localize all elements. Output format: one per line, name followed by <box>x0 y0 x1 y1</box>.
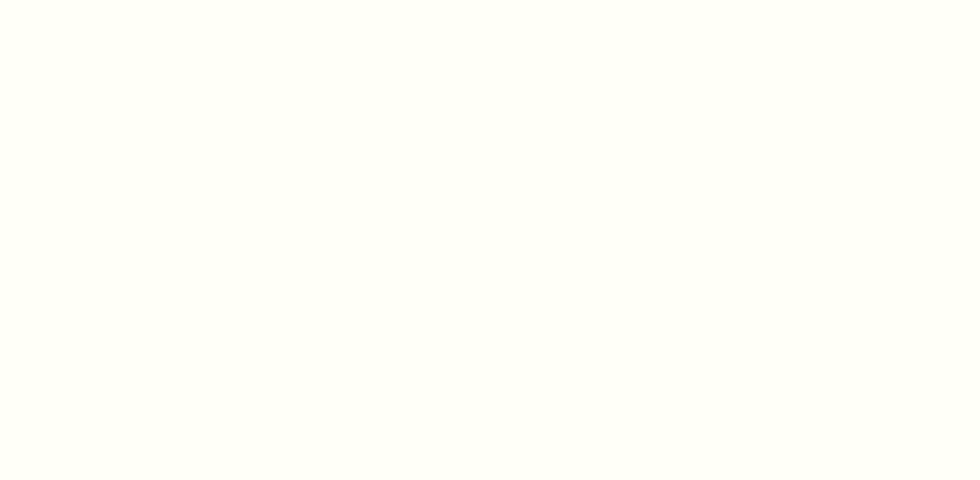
code-editor <box>0 0 980 480</box>
